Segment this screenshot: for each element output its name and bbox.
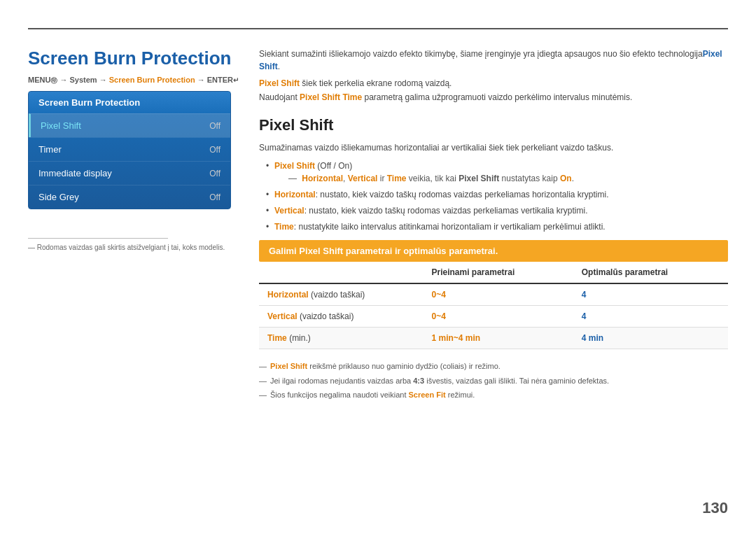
menu-item-timer[interactable]: Timer Off (29, 137, 230, 161)
bullet-list: Pixel Shift (Off / On) Horizontal, Verti… (266, 160, 728, 233)
bottom-note-3: Šios funkcijos negalima naudoti veikiant… (259, 389, 728, 401)
pixel-shift-desc: Sumažinamas vaizdo išliekamumas horizont… (259, 143, 728, 153)
bottom-note-2: Jei ilgai rodomas nejudantis vaizdas arb… (259, 375, 728, 387)
table-row: Vertical (vaizdo taškai) 0~4 4 (259, 306, 728, 328)
params-table: Prieinami parametrai Optimalūs parametra… (259, 262, 728, 349)
bottom-notes: Pixel Shift reikšmė priklauso nuo gamini… (259, 360, 728, 401)
table-cell-label: Vertical (vaizdo taškai) (259, 306, 424, 328)
table-cell-label: Time (min.) (259, 328, 424, 349)
menu-box-title: Screen Burn Protection (29, 92, 230, 113)
bullet-item-pixel-shift: Pixel Shift (Off / On) Horizontal, Verti… (266, 160, 728, 185)
menu-item-value: Off (209, 192, 220, 202)
menu-item-label: Timer (38, 144, 62, 155)
table-header-param (259, 262, 424, 283)
footnote-text: ― Rodomas vaizdas gali skirtis atsižvelg… (28, 244, 225, 251)
table-cell-label: Horizontal (vaizdo taškai) (259, 283, 424, 306)
top-divider (28, 28, 728, 29)
bullet-item-time: Time: nustatykite laiko intervalus atiti… (266, 220, 728, 233)
highlight-box: Galimi Pixel Shift parametrai ir optimal… (259, 240, 728, 262)
page-number: 130 (702, 499, 728, 517)
menu-item-immediate-display[interactable]: Immediate display Off (29, 161, 230, 185)
pixel-shift-title: Pixel Shift (259, 116, 728, 134)
table-row: Horizontal (vaizdo taškai) 0~4 4 (259, 283, 728, 306)
intro-paragraph-2: Pixel Shift šiek tiek perkelia ekrane ro… (259, 78, 728, 88)
menu-item-side-grey[interactable]: Side Grey Off (29, 185, 230, 209)
table-row: Time (min.) 1 min~4 min 4 min (259, 328, 728, 349)
table-cell-prieinami: 0~4 (424, 306, 573, 328)
table-cell-optimalus: 4 (573, 306, 728, 328)
menu-item-value: Off (209, 121, 220, 131)
table-cell-prieinami: 0~4 (424, 283, 573, 306)
bottom-note-1: Pixel Shift reikšmė priklauso nuo gamini… (259, 360, 728, 372)
bullet-item-horizontal: Horizontal: nustato, kiek vaizdo taškų r… (266, 188, 728, 201)
menu-item-value: Off (209, 145, 220, 155)
table-header-prieinami: Prieinami parametrai (424, 262, 573, 283)
intro-paragraph-1: Siekiant sumažinti išliekamojo vaizdo ef… (259, 48, 728, 73)
menu-box: Screen Burn Protection Pixel Shift Off T… (28, 91, 231, 209)
menu-item-label: Side Grey (38, 192, 79, 202)
footnote-divider (28, 238, 168, 239)
menu-item-label: Pixel Shift (41, 120, 81, 131)
bullet-item-vertical: Vertical: nustato, kiek vaizdo taškų rod… (266, 204, 728, 217)
table-cell-optimalus: 4 (573, 283, 728, 306)
breadcrumb: MENU㊞ → System → Screen Burn Protection … (28, 76, 239, 85)
right-content: Siekiant sumažinti išliekamojo vaizdo ef… (259, 48, 728, 404)
intro-paragraph-3: Naudojant Pixel Shift Time parametrą gal… (259, 92, 728, 102)
menu-item-value: Off (209, 169, 220, 178)
table-cell-optimalus: 4 min (573, 328, 728, 349)
page-title: Screen Burn Protection (28, 48, 231, 69)
sub-bullet-horizontal-vertical: Horizontal, Vertical ir Time veikia, tik… (288, 172, 728, 185)
table-cell-prieinami: 1 min~4 min (424, 328, 573, 349)
left-panel: Screen Burn Protection Pixel Shift Off T… (28, 91, 231, 209)
menu-item-label: Immediate display (38, 168, 112, 178)
menu-item-pixel-shift[interactable]: Pixel Shift Off (29, 113, 230, 137)
table-header-optimalus: Optimalūs parametrai (573, 262, 728, 283)
